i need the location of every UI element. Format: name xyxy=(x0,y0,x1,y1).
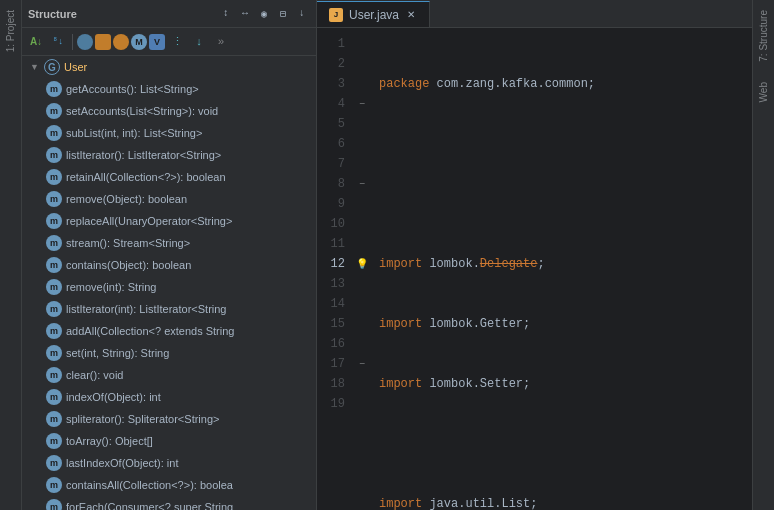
list-item[interactable]: m subList(int, int): List<String> xyxy=(22,122,316,144)
v-button[interactable]: V xyxy=(149,34,165,50)
list-item[interactable]: m listIterator(int): ListIterator<String xyxy=(22,298,316,320)
code-line-6: import lombok.Setter; xyxy=(379,374,744,394)
list-item[interactable]: m contains(Object): boolean xyxy=(22,254,316,276)
list-item[interactable]: m toArray(): Object[] xyxy=(22,430,316,452)
gutter-cell xyxy=(353,314,371,334)
line-num xyxy=(321,414,345,434)
line-numbers: 1 2 3 4 5 6 7 8 9 10 11 12 13 14 15 16 1… xyxy=(317,28,353,510)
line-num: 9 xyxy=(321,194,345,214)
gutter-cell xyxy=(353,234,371,254)
filter-icon[interactable]: ↔ xyxy=(237,6,253,22)
method-icon: m xyxy=(46,279,62,295)
arrow-down-button[interactable]: ↓ xyxy=(189,32,209,52)
gutter-cell xyxy=(353,134,371,154)
fold-marker-17[interactable]: − xyxy=(353,354,371,374)
list-item[interactable]: m getAccounts(): List<String> xyxy=(22,78,316,100)
line-num: 1 xyxy=(321,34,345,54)
tab-user-java[interactable]: J User.java ✕ xyxy=(317,1,430,27)
code-editor[interactable]: package com.zang.kafka.common; import lo… xyxy=(371,28,752,510)
project-tab[interactable]: 1: Project xyxy=(2,0,19,62)
list-item[interactable]: m retainAll(Collection<?>): boolean xyxy=(22,166,316,188)
gutter-cell xyxy=(353,214,371,234)
editor-content[interactable]: 1 2 3 4 5 6 7 8 9 10 11 12 13 14 15 16 1… xyxy=(317,28,752,510)
line-num: 14 xyxy=(321,294,345,314)
toolbar-sep-1 xyxy=(72,34,73,50)
method-icon: m xyxy=(46,147,62,163)
method-label: replaceAll(UnaryOperator<String> xyxy=(66,215,232,227)
method-label: clear(): void xyxy=(66,369,123,381)
web-tab[interactable]: Web xyxy=(755,72,772,112)
list-item[interactable]: m remove(int): String xyxy=(22,276,316,298)
line-num-active: 12 xyxy=(321,254,345,274)
line-num: 17 xyxy=(321,354,345,374)
fold-marker-4[interactable]: − xyxy=(353,94,371,114)
bulb-12[interactable]: 💡 xyxy=(353,254,371,274)
list-item[interactable]: m remove(Object): boolean xyxy=(22,188,316,210)
right-strip: 7: Structure Web xyxy=(752,0,774,510)
tree-root-user[interactable]: ▼ G User xyxy=(22,56,316,78)
settings-icon[interactable]: ↓ xyxy=(294,6,310,22)
square-button[interactable] xyxy=(95,34,111,50)
star-button[interactable] xyxy=(113,34,129,50)
line-num: 18 xyxy=(321,374,345,394)
list-item[interactable]: m indexOf(Object): int xyxy=(22,386,316,408)
gutter: − − 💡 − xyxy=(353,28,371,510)
code-line-5: import lombok.Getter; xyxy=(379,314,744,334)
line-num: 3 xyxy=(321,74,345,94)
list-item[interactable]: m set(int, String): String xyxy=(22,342,316,364)
method-icon: m xyxy=(46,257,62,273)
gutter-cell xyxy=(353,274,371,294)
method-icon: m xyxy=(46,235,62,251)
method-icon: m xyxy=(46,433,62,449)
sort-icon[interactable]: ↕ xyxy=(218,6,234,22)
line-num: 4 xyxy=(321,94,345,114)
method-icon: m xyxy=(46,81,62,97)
list-item[interactable]: m replaceAll(UnaryOperator<String> xyxy=(22,210,316,232)
editor-tabs: J User.java ✕ xyxy=(317,0,752,28)
list-item[interactable]: m setAccounts(List<String>): void xyxy=(22,100,316,122)
circle-p-button[interactable] xyxy=(77,34,93,50)
structure-tab[interactable]: 7: Structure xyxy=(755,0,772,72)
method-label: retainAll(Collection<?>): boolean xyxy=(66,171,226,183)
method-icon: m xyxy=(46,191,62,207)
fold-marker-8[interactable]: − xyxy=(353,174,371,194)
tree-arrow-user[interactable]: ▼ xyxy=(30,62,44,72)
gutter-cell xyxy=(353,334,371,354)
sort-vis-button[interactable]: ⁸↓ xyxy=(48,32,68,52)
method-icon: m xyxy=(46,477,62,493)
gutter-cell xyxy=(353,54,371,74)
expand-icon[interactable]: ◉ xyxy=(256,6,272,22)
method-label: forEach(Consumer<? super String xyxy=(66,501,233,510)
line-num: 2 xyxy=(321,54,345,74)
java-file-icon: J xyxy=(329,8,343,22)
list-item[interactable]: m clear(): void xyxy=(22,364,316,386)
line-num: 11 xyxy=(321,234,345,254)
gutter-cell xyxy=(353,114,371,134)
code-line-3 xyxy=(379,194,744,214)
method-label: set(int, String): String xyxy=(66,347,169,359)
list-item[interactable]: m stream(): Stream<String> xyxy=(22,232,316,254)
list-item[interactable]: m addAll(Collection<? extends String xyxy=(22,320,316,342)
line-num: 19 xyxy=(321,394,345,414)
more-button[interactable]: » xyxy=(211,32,231,52)
list-item[interactable]: m listIterator(): ListIterator<String> xyxy=(22,144,316,166)
gutter-cell xyxy=(353,374,371,394)
method-label: remove(Object): boolean xyxy=(66,193,187,205)
class-icon: G xyxy=(44,59,60,75)
list-item[interactable]: m containsAll(Collection<?>): boolea xyxy=(22,474,316,496)
method-label: remove(int): String xyxy=(66,281,156,293)
list-item[interactable]: m spliterator(): Spliterator<String> xyxy=(22,408,316,430)
method-label: subList(int, int): List<String> xyxy=(66,127,202,139)
list-item[interactable]: m forEach(Consumer<? super String xyxy=(22,496,316,510)
tab-close-button[interactable]: ✕ xyxy=(405,8,417,21)
sort-alpha-button[interactable]: A↓ xyxy=(26,32,46,52)
list-item[interactable]: m lastIndexOf(Object): int xyxy=(22,452,316,474)
method-label: addAll(Collection<? extends String xyxy=(66,325,234,337)
left-strip: 1: Project xyxy=(0,0,22,510)
m-button[interactable]: M xyxy=(131,34,147,50)
gutter-cell xyxy=(353,154,371,174)
method-icon: m xyxy=(46,455,62,471)
dots-button[interactable]: ⋮ xyxy=(167,32,187,52)
layout-icon[interactable]: ⊟ xyxy=(275,6,291,22)
gutter-cell xyxy=(353,34,371,54)
